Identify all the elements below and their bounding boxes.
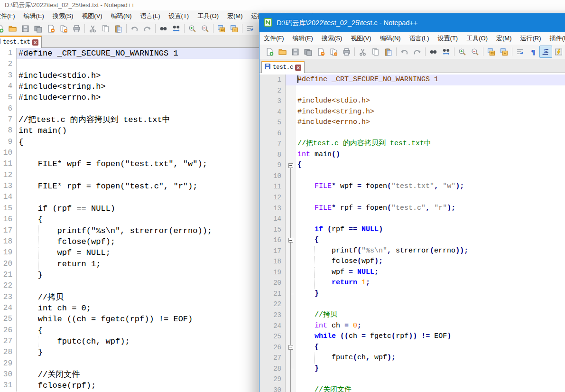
cut-icon[interactable] [86,22,99,35]
cut-icon[interactable] [356,46,369,58]
fold-margin[interactable] [286,321,296,332]
menu-item-插件P[interactable]: 插件(P) [546,33,565,44]
menu-item-文件F[interactable]: 文件(F) [259,33,288,44]
close-file-icon[interactable] [45,22,57,35]
menu-item-搜索S[interactable]: 搜索(S) [317,33,346,44]
menu-item-编码N[interactable]: 编码(N) [376,33,405,44]
menu-item-工具O[interactable]: 工具(O) [193,10,223,22]
fold-margin[interactable] [286,181,296,192]
fold-margin[interactable] [286,192,296,203]
paste-icon[interactable] [382,46,395,58]
replace-icon[interactable] [440,46,453,58]
indent-guide-icon[interactable] [539,46,552,58]
fold-margin[interactable] [286,278,296,289]
fold-margin[interactable] [286,246,296,257]
fold-margin[interactable] [286,128,296,139]
fold-margin[interactable] [286,342,296,353]
tab-test-c[interactable]: test.c × [261,61,305,73]
zoom-in-icon[interactable] [456,46,469,58]
undo-icon[interactable] [128,22,141,35]
new-file-icon[interactable] [263,46,276,58]
fold-margin[interactable] [286,310,296,321]
fold-margin[interactable] [286,214,296,224]
fold-margin[interactable] [286,160,296,171]
fold-margin[interactable] [286,289,296,299]
redo-icon[interactable] [141,22,154,35]
menu-item-设置T[interactable]: 设置(T) [165,10,194,22]
menu-item-视图V[interactable]: 视图(V) [346,33,375,44]
save-all-icon[interactable] [302,46,315,58]
fold-margin[interactable] [286,171,296,182]
fold-collapse-icon[interactable] [288,345,293,350]
menu-item-宏M[interactable]: 宏(M) [492,33,516,44]
new-file-icon[interactable] [0,22,6,35]
menu-item-语言L[interactable]: 语言(L) [136,10,165,22]
show-symbols-icon[interactable]: ¶ [527,46,539,58]
zoom-out-icon[interactable] [469,46,482,58]
menu-item-搜索S[interactable]: 搜索(S) [48,10,77,22]
replace-icon[interactable] [170,22,183,35]
menu-item-编辑E[interactable]: 编辑(E) [19,10,48,22]
fold-margin[interactable] [286,331,296,342]
fold-margin[interactable] [286,85,296,96]
print-icon[interactable] [70,22,83,35]
print-icon[interactable] [340,46,353,58]
sync-scroll-h-icon[interactable] [228,22,241,35]
find-icon[interactable] [157,22,170,35]
fold-margin[interactable] [286,364,296,374]
paste-icon[interactable] [112,22,125,35]
save-icon[interactable] [289,46,302,58]
close-file-icon[interactable] [315,46,327,58]
fold-margin[interactable] [286,149,296,160]
menu-item-编码N[interactable]: 编码(N) [107,10,136,22]
tab-close-icon[interactable]: × [32,39,38,46]
save-icon[interactable] [19,22,32,35]
fold-margin[interactable] [286,75,296,85]
fold-collapse-icon[interactable] [288,163,293,168]
sync-scroll-h-icon[interactable] [498,46,510,58]
fold-margin[interactable] [286,256,296,267]
bg-titlebar[interactable]: D:\码云库\2022\test_02_25\test.txt - Notepa… [0,0,565,10]
copy-icon[interactable] [369,46,382,58]
sync-scroll-v-icon[interactable] [485,46,498,58]
text-editor-test-c[interactable]: 1#define _CRT_SECURE_NO_WARNINGS 123#inc… [259,73,565,392]
zoom-out-icon[interactable] [199,22,212,35]
sync-scroll-v-icon[interactable] [215,22,228,35]
menu-item-视图V[interactable]: 视图(V) [77,10,106,22]
tab-close-icon[interactable]: × [295,65,301,71]
fold-margin[interactable] [286,235,296,246]
open-folder-icon[interactable] [276,46,289,58]
menu-item-设置T[interactable]: 设置(T) [434,33,463,44]
fold-margin[interactable] [286,374,296,385]
copy-icon[interactable] [99,22,112,35]
fold-margin[interactable] [286,139,296,149]
function-list-icon[interactable] [552,46,565,58]
fold-margin[interactable] [286,267,296,278]
close-all-icon[interactable] [57,22,70,35]
menu-item-运行R[interactable]: 运行(R) [516,33,545,44]
menu-item-工具O[interactable]: 工具(O) [462,33,492,44]
find-icon[interactable] [427,46,440,58]
menu-item-宏M[interactable]: 宏(M) [223,10,247,22]
menu-item-语言L[interactable]: 语言(L) [405,33,434,44]
menu-item-文件F[interactable]: 文件(F) [0,10,19,22]
save-all-icon[interactable] [32,22,45,35]
fold-margin[interactable] [286,224,296,235]
fold-margin[interactable] [286,299,296,310]
open-folder-icon[interactable] [6,22,19,35]
fg-titlebar[interactable]: D:\码云库\2022\test_02_25\test.c - Notepad+… [259,13,565,32]
redo-icon[interactable] [411,46,424,58]
menu-item-编辑E[interactable]: 编辑(E) [288,33,317,44]
fold-margin[interactable] [286,353,296,364]
fold-margin[interactable] [286,96,296,107]
fold-collapse-icon[interactable] [288,238,293,243]
fold-margin[interactable] [286,117,296,128]
undo-icon[interactable] [398,46,411,58]
fold-margin[interactable] [286,385,296,392]
word-wrap-icon[interactable] [244,22,257,35]
fold-margin[interactable] [286,203,296,214]
word-wrap-icon[interactable] [514,46,527,58]
fold-margin[interactable] [286,107,296,118]
tab-test-txt[interactable]: test.txt × [0,36,42,48]
zoom-in-icon[interactable] [186,22,199,35]
